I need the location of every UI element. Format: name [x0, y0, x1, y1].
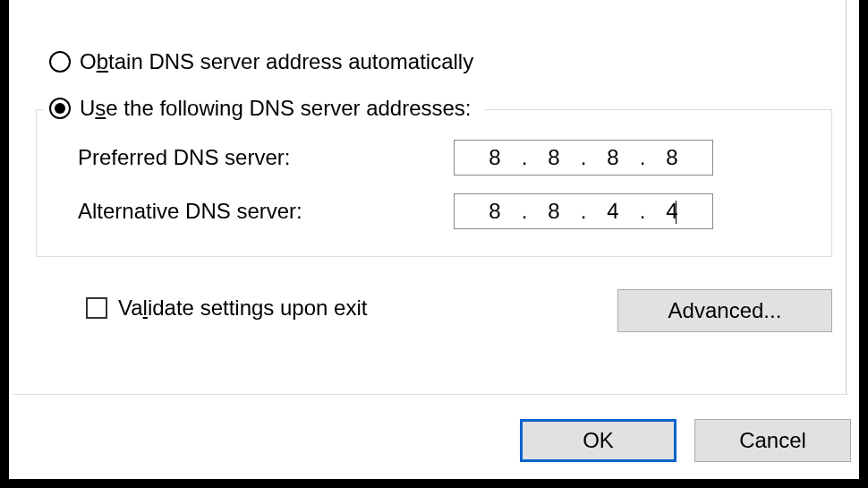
radio-icon	[49, 51, 71, 73]
alternative-dns-label: Alternative DNS server:	[78, 199, 454, 224]
radio-label: Obtain DNS server address automatically	[80, 49, 473, 74]
validate-settings-checkbox[interactable]: Validate settings upon exit	[86, 295, 367, 321]
button-label: OK	[583, 428, 614, 453]
ok-button[interactable]: OK	[520, 419, 677, 462]
button-label: Advanced...	[668, 298, 782, 323]
advanced-button[interactable]: Advanced...	[617, 289, 832, 332]
text-caret	[676, 201, 677, 224]
panel-right-border	[846, 0, 847, 394]
cancel-button[interactable]: Cancel	[694, 419, 851, 462]
dns-settings-panel: Obtain DNS server address automatically …	[9, 0, 859, 479]
alternative-dns-row: Alternative DNS server: 8. 8. 4. 4	[78, 193, 713, 229]
radio-obtain-dns-auto[interactable]: Obtain DNS server address automatically	[49, 49, 473, 74]
preferred-dns-label: Preferred DNS server:	[78, 145, 454, 170]
alternative-dns-input[interactable]: 8. 8. 4. 4	[454, 193, 713, 229]
separator	[13, 394, 848, 395]
dns-servers-group: Preferred DNS server: 8. 8. 8. 8 Alterna…	[36, 109, 832, 257]
preferred-dns-input[interactable]: 8. 8. 8. 8	[454, 140, 713, 176]
preferred-dns-row: Preferred DNS server: 8. 8. 8. 8	[78, 140, 713, 176]
checkbox-icon	[86, 297, 107, 319]
checkbox-label: Validate settings upon exit	[118, 295, 367, 321]
button-label: Cancel	[739, 428, 806, 453]
